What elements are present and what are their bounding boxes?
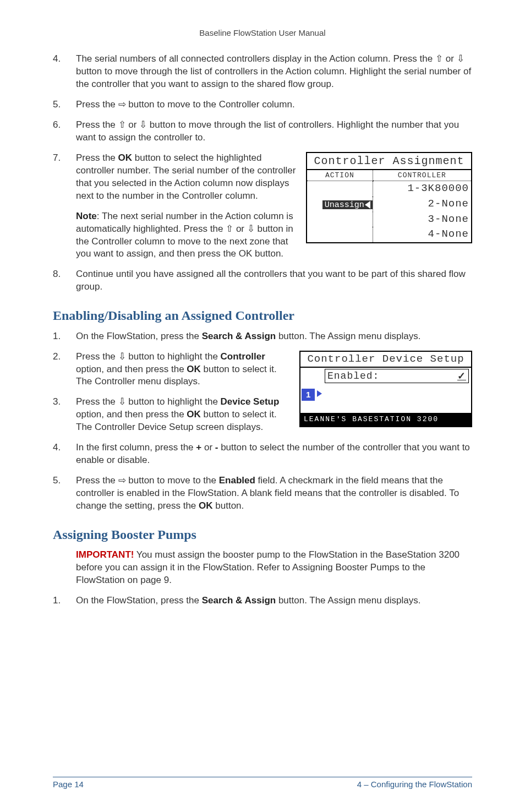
section-heading-enabling: Enabling/Disabling an Assigned Controlle…	[53, 307, 472, 324]
page-body: 4. The serial numbers of all connected c…	[53, 53, 472, 607]
down-arrow-icon: ⇩	[457, 53, 464, 64]
down-arrow-icon: ⇩	[118, 351, 126, 362]
ok-label: OK	[187, 409, 201, 419]
step-text: Press the	[76, 152, 118, 163]
step-text: On the FlowStation, press the	[76, 331, 202, 341]
up-arrow-icon: ⇧	[118, 119, 126, 130]
step-number: 2.	[53, 351, 61, 363]
step-number: 4.	[53, 442, 61, 454]
step-8: 8. Continue until you have assigned all …	[53, 268, 472, 293]
step-text: Press the	[76, 396, 118, 407]
step-7: 7. Press the OK button to select the hig…	[53, 152, 472, 203]
step-text: button to move to the Controller column.	[126, 99, 295, 110]
down-arrow-icon: ⇩	[139, 119, 147, 130]
step-number: 7.	[53, 152, 61, 165]
steps-group-c: 1. On the FlowStation, press the Search …	[53, 595, 472, 607]
step-b4: 4. In the first column, press the + or -…	[53, 442, 472, 467]
right-arrow-icon: ⇨	[118, 99, 126, 110]
step-b1: 1. On the FlowStation, press the Search …	[53, 330, 472, 343]
steps-group-b-end: 5. Press the ⇨ button to move to the Ena…	[53, 475, 472, 513]
steps-group-a-end: 8. Continue until you have assigned all …	[53, 268, 472, 293]
step-b3: 3. Press the ⇩ button to highlight the D…	[53, 396, 472, 434]
step-number: 5.	[53, 99, 61, 111]
footer-left: Page 14	[53, 779, 84, 790]
enabled-label: Enabled	[219, 475, 255, 486]
step-text: In the first column, press the	[76, 442, 196, 453]
action-cell	[307, 227, 373, 242]
step-number: 1.	[53, 330, 61, 343]
step-number: 4.	[53, 53, 61, 66]
plus-label: +	[196, 442, 201, 453]
action-cell	[307, 212, 373, 227]
step-b2: 2. Press the ⇩ button to highlight the C…	[53, 351, 472, 389]
ok-label: OK	[187, 364, 201, 374]
ok-label: OK	[118, 152, 133, 163]
step-text: Press the	[76, 351, 118, 362]
device-setup-label: Device Setup	[221, 396, 280, 407]
step-text: button to move to the	[126, 475, 219, 486]
step-text: or	[443, 53, 457, 64]
note-label: Note	[76, 211, 97, 221]
up-arrow-icon: ⇧	[226, 224, 233, 234]
down-arrow-icon: ⇩	[118, 396, 126, 407]
controller-cell: 3-None	[373, 212, 471, 227]
step-b5: 5. Press the ⇨ button to move to the Ena…	[53, 475, 472, 513]
important-label: IMPORTANT!	[76, 549, 134, 560]
step-text: Continue until you have assigned all the…	[76, 269, 466, 292]
footer-right: 4 – Configuring the FlowStation	[357, 779, 472, 790]
search-assign-label: Search & Assign	[202, 331, 276, 341]
right-arrow-icon: ⇨	[118, 475, 126, 486]
page-footer: Page 14 4 – Configuring the FlowStation	[53, 777, 472, 790]
step-6: 6. Press the ⇧ or ⇩ button to move throu…	[53, 119, 472, 144]
controller-label: Controller	[221, 351, 265, 362]
page-header: Baseline FlowStation User Manual	[53, 28, 472, 39]
step-number: 5.	[53, 475, 61, 487]
step-text: or	[201, 442, 215, 453]
step-text: On the FlowStation, press the	[76, 595, 202, 606]
step-text: button to highlight the	[126, 351, 221, 362]
step-text: option, and then press the	[76, 409, 187, 419]
down-arrow-icon: ⇩	[247, 224, 255, 234]
search-assign-label: Search & Assign	[202, 595, 276, 606]
note-text: or	[233, 224, 247, 234]
section-heading-booster: Assigning Booster Pumps	[53, 526, 472, 543]
steps-group-b-cont: 2. Press the ⇩ button to highlight the C…	[53, 351, 472, 467]
step-text: Press the	[76, 119, 118, 130]
ok-label: OK	[199, 500, 213, 511]
step-text: Press the	[76, 99, 118, 110]
steps-group-a: 4. The serial numbers of all connected c…	[53, 53, 472, 144]
step-number: 3.	[53, 396, 61, 408]
controller-cell: 4-None	[373, 227, 471, 242]
step-text: Press the	[76, 475, 118, 486]
step-text: The serial numbers of all connected cont…	[76, 53, 435, 64]
important-block: IMPORTANT! You must assign the booster p…	[53, 549, 472, 587]
step-5: 5. Press the ⇨ button to move to the Con…	[53, 99, 472, 111]
step-number: 6.	[53, 119, 61, 132]
important-text: You must assign the booster pump to the …	[76, 549, 460, 585]
step-text: button to highlight the	[126, 396, 221, 407]
step-text: or	[126, 119, 140, 130]
step-text: button. The Assign menu displays.	[276, 595, 420, 606]
steps-group-b: 1. On the FlowStation, press the Search …	[53, 330, 472, 343]
step-text: option, and then press the	[76, 364, 187, 374]
up-arrow-icon: ⇧	[435, 53, 443, 64]
step-text: button.	[213, 500, 244, 511]
step-c1: 1. On the FlowStation, press the Search …	[53, 595, 472, 607]
step-text: button. The Assign menu displays.	[276, 331, 420, 341]
step-4: 4. The serial numbers of all connected c…	[53, 53, 472, 91]
step-number: 8.	[53, 268, 61, 281]
step-number: 1.	[53, 595, 61, 607]
step-text: button to move through the list of contr…	[76, 66, 471, 89]
steps-group-a-cont: 7. Press the OK button to select the hig…	[53, 152, 472, 203]
